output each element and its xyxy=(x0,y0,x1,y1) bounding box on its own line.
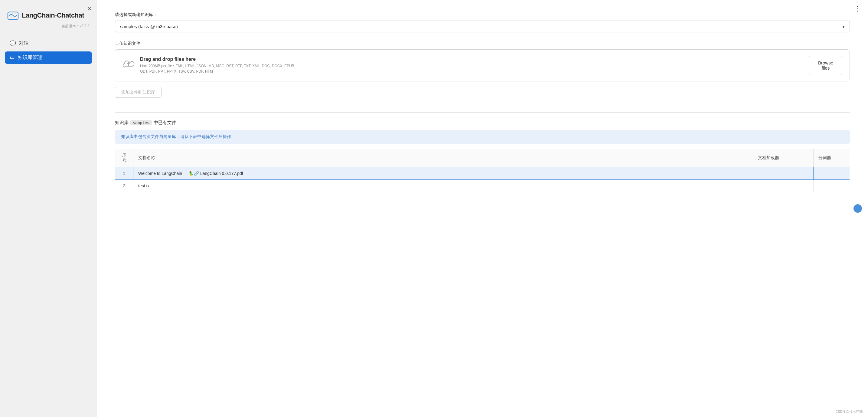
version-label: 当前版本：v0.2.2 xyxy=(0,24,97,35)
drag-drop-text: Drag and drop files here xyxy=(140,57,297,62)
row-2-name: test.txt xyxy=(133,180,753,192)
info-box: 知识库中包含源文件与向量库，请从下表中选择文件后操作 xyxy=(115,130,850,144)
row-2-splitter xyxy=(813,180,850,192)
svg-point-2 xyxy=(16,15,17,16)
col-header-loader: 文档加载器 xyxy=(753,149,813,167)
table-header: 序号 文档名称 文档加载器 分词器 xyxy=(115,149,850,167)
logo-text: LangChain-Chatchat xyxy=(22,11,84,19)
browse-files-button[interactable]: Browse files xyxy=(809,56,842,75)
kb-dropdown-wrapper: samples (faiss @ m3e-base) ▼ xyxy=(115,21,850,32)
table-row[interactable]: 1 Welcome to LangChain — 🦜🔗 LangChain 0.… xyxy=(115,167,850,180)
csdn-badge: CSDN @技术狂潮 xyxy=(836,410,863,414)
sidebar-item-dialogue[interactable]: 💬 对话 xyxy=(5,37,92,50)
upload-left: Drag and drop files here Limit 200MB per… xyxy=(123,57,297,74)
close-button[interactable]: × xyxy=(88,5,91,11)
kb-files-suffix: 中已有文件: xyxy=(154,120,178,126)
more-menu-button[interactable]: ⋮ xyxy=(854,5,861,13)
sidebar-logo: LangChain-Chatchat xyxy=(0,0,97,24)
table-row[interactable]: 2 test.txt xyxy=(115,180,850,192)
kb-manage-icon: 🗂 xyxy=(10,55,15,61)
row-1-splitter xyxy=(813,167,850,180)
kb-select-label: 请选择或新建知识库： xyxy=(115,12,850,18)
table-body: 1 Welcome to LangChain — 🦜🔗 LangChain 0.… xyxy=(115,167,850,192)
section-divider xyxy=(115,112,850,113)
upload-label: 上传知识文件 xyxy=(115,41,850,46)
help-button[interactable] xyxy=(854,204,862,213)
sidebar-nav: 💬 对话 🗂 知识库管理 xyxy=(0,35,97,66)
logo-icon xyxy=(7,10,19,21)
row-2-num: 2 xyxy=(115,180,133,192)
file-table: 序号 文档名称 文档加载器 分词器 1 Welcome to LangChain… xyxy=(115,149,850,192)
sidebar-item-kb-manage[interactable]: 🗂 知识库管理 xyxy=(5,52,92,64)
add-files-button[interactable]: 添加文件到知识库 xyxy=(115,87,161,98)
kb-files-header: 知识库 samples 中已有文件: xyxy=(115,120,850,126)
upload-text-block: Drag and drop files here Limit 200MB per… xyxy=(140,57,297,74)
row-1-name: Welcome to LangChain — 🦜🔗 LangChain 0.0.… xyxy=(133,167,753,180)
dialogue-icon: 💬 xyxy=(10,40,16,47)
col-header-num: 序号 xyxy=(115,149,133,167)
sidebar-item-kb-manage-label: 知识库管理 xyxy=(18,55,42,61)
upload-area[interactable]: Drag and drop files here Limit 200MB per… xyxy=(115,49,850,81)
upload-limit-text: Limit 200MB per file • EML, HTML, JSON, … xyxy=(140,63,297,74)
row-2-loader xyxy=(753,180,813,192)
col-header-name: 文档名称 xyxy=(133,149,753,167)
row-1-loader xyxy=(753,167,813,180)
sidebar-item-dialogue-label: 对话 xyxy=(19,40,29,47)
kb-name-badge: samples xyxy=(130,120,152,125)
kb-files-prefix: 知识库 xyxy=(115,120,128,126)
sidebar: × LangChain-Chatchat 当前版本：v0.2.2 💬 对话 🗂 … xyxy=(0,0,97,417)
main-content: ⋮ 请选择或新建知识库： samples (faiss @ m3e-base) … xyxy=(97,0,868,417)
col-header-splitter: 分词器 xyxy=(813,149,850,167)
row-1-num: 1 xyxy=(115,167,133,180)
cloud-upload-icon xyxy=(123,59,134,72)
svg-point-1 xyxy=(9,15,10,16)
kb-select[interactable]: samples (faiss @ m3e-base) xyxy=(115,21,850,32)
